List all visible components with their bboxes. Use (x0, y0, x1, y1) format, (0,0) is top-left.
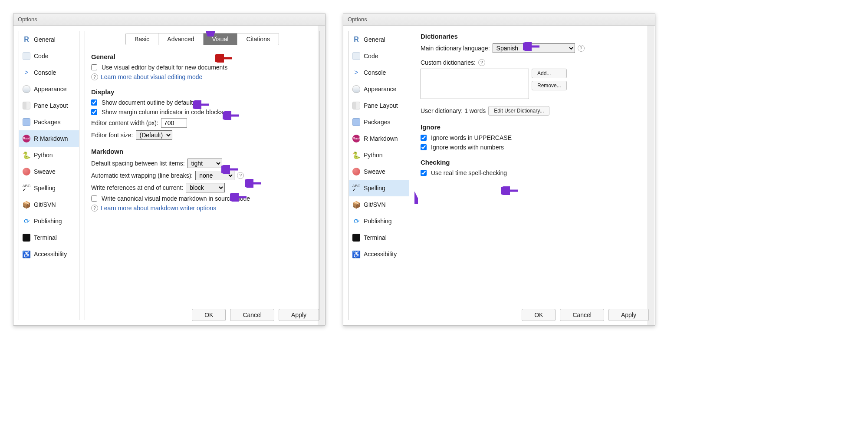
sweave-icon (352, 168, 360, 175)
sidebar-item-accessibility[interactable]: ♿Accessibility (19, 246, 79, 262)
sidebar-item-label: Appearance (34, 86, 67, 93)
sidebar-item-packages[interactable]: Packages (19, 114, 79, 130)
add-dict-button[interactable]: Add... (532, 69, 567, 78)
options-content: Basic Advanced Visual Citations General … (85, 31, 320, 320)
rmd-icon: Rmd (23, 135, 30, 142)
visual-default-checkbox[interactable] (91, 64, 97, 70)
sidebar-item-terminal[interactable]: Terminal (349, 229, 409, 246)
sidebar-item-appearance[interactable]: Appearance (349, 81, 409, 97)
sidebar-item-label: Console (34, 69, 56, 76)
section-ignore: Ignore (421, 123, 644, 131)
sidebar-item-label: Publishing (364, 218, 392, 225)
sidebar-item-label: Git/SVN (34, 201, 56, 208)
ok-button[interactable]: OK (192, 309, 226, 321)
python-icon: 🐍 (23, 151, 30, 159)
custom-dict-label: Custom dictionaries: (421, 59, 476, 66)
sidebar-item-spelling[interactable]: ABC✔Spelling (349, 180, 409, 196)
spelling-icon: ABC✔ (352, 184, 360, 192)
sidebar-item-pane-layout[interactable]: Pane Layout (19, 97, 79, 114)
apply-button[interactable]: Apply (608, 309, 649, 321)
wrapping-select[interactable]: none (195, 171, 234, 180)
sidebar-item-terminal[interactable]: Terminal (19, 229, 79, 246)
code-icon (352, 52, 360, 60)
help-icon[interactable]: ? (478, 59, 485, 66)
sidebar-item-code[interactable]: Code (349, 48, 409, 64)
apply-button[interactable]: Apply (279, 309, 319, 321)
sidebar-item-rmarkdown[interactable]: RmdR Markdown (349, 130, 409, 147)
publishing-icon: ⟳ (352, 217, 360, 225)
custom-dict-listbox[interactable] (421, 69, 529, 99)
ok-button[interactable]: OK (522, 309, 556, 321)
sidebar-item-rmarkdown[interactable]: RmdR Markdown (19, 130, 79, 147)
sidebar-item-general[interactable]: RGeneral (349, 31, 409, 48)
sidebar-item-git[interactable]: 📦Git/SVN (19, 196, 79, 213)
options-content: Dictionaries Main dictionary language: S… (414, 31, 650, 320)
sidebar-item-sweave[interactable]: Sweave (349, 163, 409, 180)
sidebar-item-publishing[interactable]: ⟳Publishing (349, 213, 409, 229)
sidebar-item-code[interactable]: Code (19, 48, 79, 64)
code-icon (23, 52, 30, 60)
learn-visual-link[interactable]: Learn more about visual editing mode (101, 73, 202, 80)
sidebar-item-pane-layout[interactable]: Pane Layout (349, 97, 409, 114)
refs-label: Write references at end of current: (91, 184, 183, 191)
sidebar-item-label: Accessibility (34, 251, 67, 258)
font-size-select[interactable]: (Default) (136, 130, 172, 140)
annotation-arrow (501, 186, 519, 195)
ignore-numbers-label: Ignore words with numbers (431, 144, 504, 151)
sidebar-item-spelling[interactable]: ABC✔Spelling (19, 180, 79, 196)
sidebar-item-python[interactable]: 🐍Python (19, 147, 79, 163)
dialog-title: Options (343, 13, 655, 26)
sidebar-item-console[interactable]: >Console (349, 64, 409, 81)
refs-select[interactable]: block (186, 183, 225, 192)
spacing-select[interactable]: tight (187, 159, 222, 168)
tab-basic[interactable]: Basic (126, 33, 158, 45)
sidebar-item-label: R Markdown (34, 135, 68, 142)
learn-markdown-link[interactable]: Learn more about markdown writer options (101, 205, 216, 212)
sidebar-item-label: Appearance (364, 86, 397, 93)
sidebar-item-sweave[interactable]: Sweave (19, 163, 79, 180)
cancel-button[interactable]: Cancel (560, 309, 604, 321)
sidebar-item-appearance[interactable]: Appearance (19, 81, 79, 97)
sidebar-item-label: General (34, 36, 56, 43)
sidebar-item-git[interactable]: 📦Git/SVN (349, 196, 409, 213)
sidebar-item-label: Spelling (34, 185, 56, 192)
help-icon[interactable]: ? (578, 45, 585, 52)
tab-visual[interactable]: Visual (204, 33, 238, 45)
edit-user-dict-button[interactable]: Edit User Dictionary... (488, 106, 549, 116)
console-icon: > (23, 69, 30, 76)
tab-advanced[interactable]: Advanced (158, 33, 203, 45)
options-sidebar: RGeneral Code >Console Appearance Pane L… (19, 31, 79, 320)
cancel-button[interactable]: Cancel (230, 309, 274, 321)
show-margin-checkbox[interactable] (91, 109, 97, 115)
show-outline-checkbox[interactable] (91, 99, 97, 106)
remove-dict-button[interactable]: Remove... (532, 81, 567, 90)
main-dict-select[interactable]: Spanish (493, 43, 575, 53)
terminal-icon (352, 234, 360, 242)
wrapping-label: Automatic text wrapping (line breaks): (91, 172, 193, 179)
help-icon[interactable]: ? (91, 205, 98, 212)
help-icon[interactable]: ? (237, 172, 244, 179)
accessibility-icon: ♿ (352, 250, 360, 258)
sidebar-item-accessibility[interactable]: ♿Accessibility (349, 246, 409, 262)
sidebar-item-label: Terminal (34, 234, 57, 241)
sidebar-item-label: Sweave (34, 168, 56, 175)
sidebar-item-general[interactable]: RGeneral (19, 31, 79, 48)
realtime-checkbox[interactable] (421, 170, 427, 176)
ignore-upper-checkbox[interactable] (421, 135, 427, 141)
sidebar-item-label: Packages (34, 119, 60, 126)
section-general: General (91, 53, 313, 60)
sidebar-item-publishing[interactable]: ⟳Publishing (19, 213, 79, 229)
canonical-checkbox[interactable] (91, 195, 97, 202)
show-outline-label: Show document outline by default (102, 99, 193, 106)
sidebar-item-label: Terminal (364, 234, 387, 241)
options-sidebar: RGeneral Code >Console Appearance Pane L… (349, 31, 409, 320)
content-width-input[interactable] (161, 118, 187, 128)
section-markdown: Markdown (91, 148, 313, 155)
sidebar-item-console[interactable]: >Console (19, 64, 79, 81)
appearance-icon (23, 85, 30, 93)
help-icon[interactable]: ? (91, 73, 98, 80)
tab-citations[interactable]: Citations (237, 33, 278, 45)
sidebar-item-python[interactable]: 🐍Python (349, 147, 409, 163)
sidebar-item-packages[interactable]: Packages (349, 114, 409, 130)
ignore-numbers-checkbox[interactable] (421, 144, 427, 150)
